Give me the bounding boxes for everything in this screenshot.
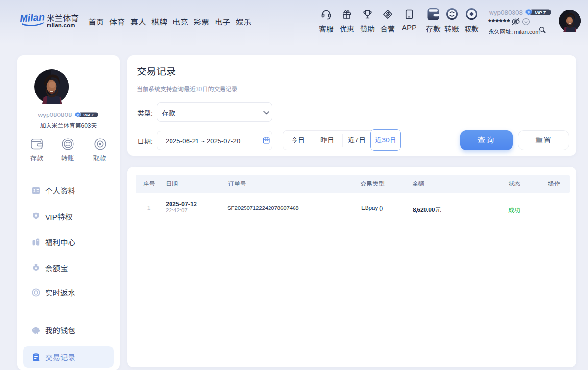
- svg-text:VIP 7: VIP 7: [83, 113, 94, 117]
- svg-text:Milan: Milan: [19, 13, 45, 24]
- svg-text:VIP 7: VIP 7: [535, 9, 546, 15]
